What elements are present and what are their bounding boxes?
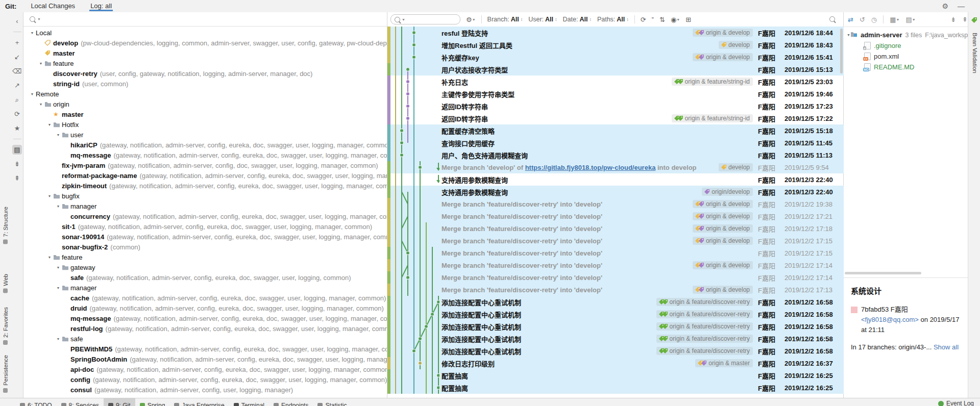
log-commit-row[interactable]: 用户状态接收字符类型F嘉阳2019/12/6 15:13 (387, 63, 844, 75)
statusbar-item-statistic[interactable]: Statistic (313, 398, 351, 406)
add-branch-icon[interactable]: + (12, 38, 22, 47)
expand-arrow-icon[interactable]: ▼ (55, 205, 62, 208)
branch-tree-row[interactable]: restful-log(gateway, notification, admin… (23, 323, 387, 334)
statusbar-item-java-enterprise[interactable]: Java Enterprise (169, 398, 229, 406)
expand-all-icon[interactable]: ⇟ (12, 159, 22, 169)
tab-local-changes[interactable]: Local Changes (30, 2, 76, 10)
branch-search-field[interactable]: ▼ (23, 12, 387, 27)
statusbar-item-8-services[interactable]: 8: Services (57, 398, 104, 406)
log-commit-row[interactable]: 添加连接配置中心重试机制origin & feature/discover-re… (387, 345, 844, 357)
find-in-log-icon[interactable] (829, 16, 835, 22)
sidebar-tab-7-structure[interactable]: 7: Structure (1, 207, 10, 244)
expand-arrow-icon[interactable]: ▼ (29, 92, 36, 96)
branch-tree-row[interactable]: consul(gateway, notification, admin-serv… (23, 385, 387, 395)
branch-tree-row[interactable]: api-doc(gateway, notification, admin-ser… (23, 364, 387, 374)
favorite-icon[interactable]: ★ (12, 123, 22, 133)
checkout-icon[interactable]: ↙ (12, 52, 22, 62)
branch-tree-row[interactable]: ★master (23, 109, 387, 119)
branch-tree-row[interactable]: develop(pw-cloud-dependencies, logging, … (23, 38, 387, 48)
pin-icon[interactable]: ⇄ (848, 16, 853, 23)
show-long-edges-icon[interactable]: ▤ (12, 145, 22, 155)
branch-tree-row[interactable]: zipkin-timeout(gateway, notification, ad… (23, 181, 387, 191)
log-commit-row[interactable]: Merge branch 'feature/discover-retry' in… (387, 210, 844, 222)
branch-tree-row[interactable]: ▼safe (23, 334, 387, 344)
expand-arrow-icon[interactable]: ▼ (847, 33, 850, 37)
log-scrollbar[interactable] (840, 29, 843, 73)
log-commit-row[interactable]: Merge branch 'feature/discover-retry' in… (387, 222, 844, 235)
filter-date[interactable]: Date: All↕ (563, 16, 592, 23)
log-commit-row[interactable]: Merge branch 'feature/discover-retry' in… (387, 247, 844, 259)
tab-log-all[interactable]: Log: all (89, 2, 113, 11)
statusbar-item-endpoints[interactable]: Endpoints (269, 398, 313, 406)
log-commit-row[interactable]: 配置缓存清空策略F嘉阳2019/12/5 15:18 (387, 124, 844, 137)
log-commit-row[interactable]: 补充缓存keyorigin & developF嘉阳2019/12/6 15:4… (387, 51, 844, 63)
back-icon[interactable]: ‹ (12, 16, 22, 26)
log-commit-row[interactable]: resful 登陆支持origin & developF嘉阳2019/12/6 … (387, 27, 844, 39)
statusbar-item-spring[interactable]: Spring (135, 398, 170, 406)
branch-tree-row[interactable]: discover-retry(user, config, gateway, no… (23, 68, 387, 79)
log-commit-row[interactable]: Merge branch 'develop' of https://gitlab… (387, 161, 844, 173)
log-commit-row[interactable]: 修改日志打印级别origin & masterF嘉阳2019/12/2 16:3… (387, 357, 844, 369)
branch-tree-row[interactable]: master (23, 48, 387, 58)
author-email-link[interactable]: <fjy8018@qq.com> (861, 316, 919, 323)
sidebar-tab-web[interactable]: Web (1, 274, 10, 293)
branch-tree-row[interactable]: ▼Hotfix (23, 119, 387, 130)
expand-arrow-icon[interactable]: ▼ (46, 256, 53, 259)
expand-arrow-icon[interactable]: ▼ (55, 286, 62, 290)
branch-tree-row[interactable]: mq-message(gateway, notification, admin-… (23, 150, 387, 160)
refresh-log-icon[interactable]: ⟳ (641, 16, 646, 23)
rollback-icon[interactable]: ↺ (860, 16, 865, 23)
find-icon[interactable]: ⌕ (12, 95, 22, 105)
changed-file-row[interactable]: MD README.MD (844, 62, 968, 72)
show-all-link[interactable]: Show all (934, 343, 959, 351)
sort-icon[interactable]: ⇅ (659, 16, 665, 23)
log-commit-row[interactable]: Merge branch 'feature/discover-retry' in… (387, 198, 844, 210)
branch-tree-row[interactable]: config(gateway, notification, admin-serv… (23, 374, 387, 385)
log-commit-row[interactable]: Merge branch 'feature/discover-retry' in… (387, 271, 844, 284)
branch-tree-row[interactable]: PBEWithMD5(gateway, notification, admin-… (23, 344, 387, 354)
log-commit-row[interactable]: 返回ID转字符串F嘉阳2019/12/5 17:23 (387, 100, 844, 112)
branch-tree-row[interactable]: mq-message(gateway, notification, admin-… (23, 313, 387, 323)
view-options-icon[interactable]: ▤▼ (905, 16, 915, 23)
branch-tree-row[interactable]: ▼bugfix (23, 191, 387, 201)
expand-arrow-icon[interactable]: ▼ (55, 266, 62, 269)
minimize-icon[interactable]: — (958, 2, 965, 10)
expand-arrow-icon[interactable]: ▼ (55, 133, 62, 137)
branch-tree-row[interactable]: fix-jvm-param(gateway, notification, adm… (23, 160, 387, 170)
log-commit-row[interactable]: 增加Restful 返回工具类developF嘉阳2019/12/6 18:43 (387, 39, 844, 51)
branch-tree-row[interactable]: druid(gateway, notification, admin-serve… (23, 303, 387, 313)
log-commit-row[interactable]: 用户、角色支持通用模糊查询F嘉阳2019/12/5 11:13 (387, 149, 844, 161)
delete-icon[interactable]: ⌫ (12, 66, 22, 76)
branch-tree-row[interactable]: SpringBootAdmin(gateway, notification, a… (23, 354, 387, 364)
log-commit-row[interactable]: 添加连接配置中心重试机制origin & feature/discover-re… (387, 320, 844, 333)
expand-arrow-icon[interactable]: ▼ (46, 194, 53, 198)
branch-tree-row[interactable]: concurrency(gateway, notification, admin… (23, 211, 387, 221)
branch-tree-row[interactable]: sonar-190914(gateway, notification, admi… (23, 232, 387, 242)
filter-paths[interactable]: Paths: All↕ (597, 16, 629, 23)
log-commit-row[interactable]: 查询接口使用缓存F嘉阳2019/12/5 11:45 (387, 137, 844, 149)
collapse-all-icon[interactable]: ⇞ (12, 173, 22, 183)
sidebar-tab-persistence[interactable]: Persistence (1, 355, 10, 393)
log-commit-row[interactable]: 主键传参使用字符串类型F嘉阳2019/12/5 19:46 (387, 88, 844, 100)
bean-validation-icon[interactable] (971, 16, 977, 26)
commit-link[interactable]: https://gitlab.fjy8018.top/pw-cloud/eure… (525, 164, 656, 171)
branch-tree-row[interactable]: safe(gateway, notification, admin-server… (23, 272, 387, 283)
branch-tree-row[interactable]: ▼feature (23, 252, 387, 262)
expand-arrow-icon[interactable]: ▼ (46, 123, 53, 126)
log-commit-row[interactable]: Merge branch 'feature/discover-retry' in… (387, 259, 844, 271)
branch-tree-row[interactable]: ▼manager (23, 283, 387, 293)
branch-tree-row[interactable]: cache(gateway, notification, admin-serve… (23, 293, 387, 303)
log-commit-row[interactable]: 添加连接配置中心重试机制origin & feature/discover-re… (387, 296, 844, 308)
cherry-pick-icon[interactable]: ↗ (12, 81, 22, 90)
event-log-button[interactable]: Event Log (938, 400, 974, 406)
refresh-icon[interactable]: ⟳ (12, 109, 22, 119)
log-commit-row[interactable]: 添加连接配置中心重试机制origin & feature/discover-re… (387, 308, 844, 320)
filter-user[interactable]: User: All↕ (528, 16, 557, 23)
details-scrollbar[interactable] (845, 272, 921, 274)
branch-tree-row[interactable]: hikariCP(gateway, notification, admin-se… (23, 140, 387, 150)
filter-branch[interactable]: Branch: All↕ (487, 16, 523, 23)
branch-tree-row[interactable]: ▼origin (23, 99, 387, 109)
branch-tree-row[interactable]: ▼gateway (23, 262, 387, 272)
branch-tree-row[interactable]: string-id(user, common) (23, 79, 387, 89)
branch-tree-row[interactable]: ▼user (23, 130, 387, 140)
